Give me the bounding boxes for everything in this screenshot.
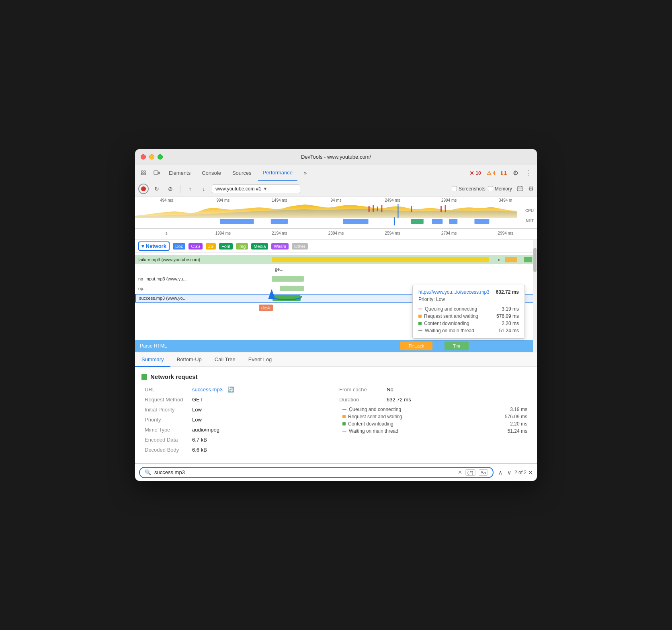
tooltip-priority: Priority: Low — [418, 297, 519, 302]
svg-rect-11 — [373, 205, 374, 212]
detail-mark-6: 2994 ms — [477, 231, 534, 235]
search-nav: ∧ ∨ 2 of 2 ✕ — [497, 468, 533, 477]
filter-media[interactable]: Media — [251, 243, 268, 250]
duration-detail: Queuing and connecting 3.19 ms Request s… — [339, 407, 527, 434]
settings-icon[interactable]: ⚙ — [510, 168, 521, 178]
screenshots-checkbox[interactable]: Screenshots — [452, 186, 486, 192]
window-title: DevTools - www.youtube.com/ — [301, 154, 371, 160]
cpu-graph[interactable] — [135, 204, 517, 218]
failure-ellipsis: m... — [498, 258, 537, 262]
noinput-bar — [272, 276, 304, 282]
svg-rect-20 — [343, 219, 368, 224]
more-options-icon[interactable]: ⋮ — [522, 168, 534, 178]
svg-rect-13 — [381, 205, 382, 212]
tab-summary[interactable]: Summary — [135, 352, 170, 367]
detail-mark-0: s — [138, 231, 195, 235]
cursor-icon[interactable] — [138, 168, 150, 179]
network-header: ▾ Network Doc CSS JS Font Img Media Wasm — [135, 240, 537, 253]
record-button[interactable] — [138, 184, 149, 194]
success-bar — [272, 295, 301, 301]
svg-rect-0 — [141, 171, 143, 172]
prop-mime-type: Mime Type audio/mpeg — [145, 427, 333, 433]
svg-rect-2 — [141, 173, 143, 175]
divider — [180, 185, 180, 193]
refresh-icon[interactable]: 🔄 — [227, 387, 234, 393]
search-next-button[interactable]: ∨ — [506, 468, 513, 477]
search-close-button[interactable]: ✕ — [528, 469, 533, 476]
fir-bar: Fir...ack — [400, 342, 432, 350]
dur-row-2: Content downloading 2.20 ms — [342, 421, 527, 427]
svg-rect-21 — [394, 217, 395, 225]
dur-dot-0 — [342, 409, 346, 410]
filter-css[interactable]: CSS — [188, 243, 203, 250]
download-icon[interactable]: ↓ — [198, 183, 209, 194]
tab-more[interactable]: » — [299, 165, 311, 181]
maximize-button[interactable] — [158, 154, 163, 160]
tooltip-row-3: Waiting on main thread 51.24 ms — [418, 327, 519, 334]
search-count: 2 of 2 — [514, 470, 527, 475]
network-scrollbar[interactable] — [533, 240, 537, 352]
tooltip-row-1: Request sent and waiting 576.09 ms — [418, 313, 519, 320]
search-regex-button[interactable]: (.*) — [465, 469, 475, 476]
search-case-button[interactable]: Aa — [479, 469, 488, 476]
prop-priority: Priority Low — [145, 417, 333, 423]
detail-timeline: s 1994 ms 2194 ms 2394 ms 2594 ms 2794 m… — [135, 229, 537, 240]
url-link[interactable]: success.mp3 — [192, 387, 223, 393]
filter-img[interactable]: Img — [236, 243, 248, 250]
svg-rect-6 — [517, 187, 523, 191]
performance-toolbar: ↻ ⊘ ↑ ↓ www.youtube.com #1 ▼ Screenshots… — [135, 181, 537, 196]
clear-icon[interactable]: ⊘ — [165, 183, 176, 194]
filter-font[interactable]: Font — [219, 243, 233, 250]
device-icon[interactable] — [151, 168, 162, 179]
tooltip-dot-1 — [418, 315, 422, 318]
detail-mark-2: 2194 ms — [251, 231, 308, 235]
summary-grid: URL success.mp3 🔄 Request Method GET Ini… — [141, 387, 531, 457]
filter-doc[interactable]: Doc — [173, 243, 186, 250]
tab-call-tree[interactable]: Call Tree — [208, 352, 242, 367]
scrollbar-thumb[interactable] — [533, 248, 537, 272]
memory-checkbox[interactable]: Memory — [488, 186, 512, 192]
tab-bottom-up[interactable]: Bottom-Up — [170, 352, 208, 367]
upload-icon[interactable]: ↑ — [184, 183, 196, 194]
cpu-label: CPU — [525, 209, 534, 213]
network-toggle[interactable]: ▾ Network — [138, 241, 170, 251]
network-row-failure[interactable]: failure.mp3 (www.youtube.com) m... — [135, 255, 537, 264]
network-row-ge[interactable]: ge... — [135, 265, 537, 274]
filter-js[interactable]: JS — [206, 243, 216, 250]
dur-row-0: Queuing and connecting 3.19 ms — [342, 407, 527, 412]
prop-encoded-data: Encoded Data 6.7 kB — [145, 437, 333, 443]
network-request-icon — [141, 374, 147, 380]
reload-icon[interactable]: ↻ — [151, 183, 162, 194]
search-input[interactable] — [154, 469, 455, 475]
row-label-noinput: no_input.mp3 (www.yu... — [138, 276, 186, 281]
detail-mark-1: 1994 ms — [195, 231, 252, 235]
close-button[interactable] — [141, 154, 146, 160]
tab-console[interactable]: Console — [197, 165, 226, 181]
net-graph[interactable] — [135, 217, 517, 225]
error-badge: ✕ 10 — [467, 169, 483, 177]
dur-row-1: Request sent and waiting 576.09 ms — [342, 414, 527, 419]
minimize-button[interactable] — [149, 154, 154, 160]
row-label-desk: desk — [259, 305, 273, 311]
tooltip-row-2: Content downloading 2.20 ms — [418, 320, 519, 327]
search-clear-icon[interactable]: ✕ — [458, 469, 462, 475]
recording-selector[interactable]: www.youtube.com #1 ▼ — [212, 184, 300, 193]
dur-dot-3 — [342, 431, 346, 432]
filter-wasm[interactable]: Wasm — [271, 243, 289, 250]
tooltip-url-row: https://www.you...io/success.mp3 632.72 … — [418, 289, 519, 295]
performance-settings-icon[interactable]: ⚙ — [528, 185, 534, 192]
clear-recordings-icon[interactable] — [514, 183, 526, 194]
search-prev-button[interactable]: ∧ — [497, 468, 504, 477]
svg-rect-5 — [158, 172, 160, 174]
svg-rect-18 — [220, 219, 254, 224]
tab-event-log[interactable]: Event Log — [242, 352, 279, 367]
network-rows: failure.mp3 (www.youtube.com) m... ge...… — [135, 253, 537, 341]
tab-sources[interactable]: Sources — [227, 165, 256, 181]
row-label-failure: failure.mp3 (www.youtube.com) — [138, 257, 200, 262]
tab-elements[interactable]: Elements — [164, 165, 195, 181]
tab-performance[interactable]: Performance — [258, 165, 297, 181]
dropdown-arrow-icon[interactable]: ▼ — [263, 186, 268, 192]
network-row-noinput[interactable]: no_input.mp3 (www.yu... — [135, 274, 537, 283]
filter-other[interactable]: Other — [292, 243, 308, 250]
title-bar: DevTools - www.youtube.com/ — [135, 149, 537, 165]
